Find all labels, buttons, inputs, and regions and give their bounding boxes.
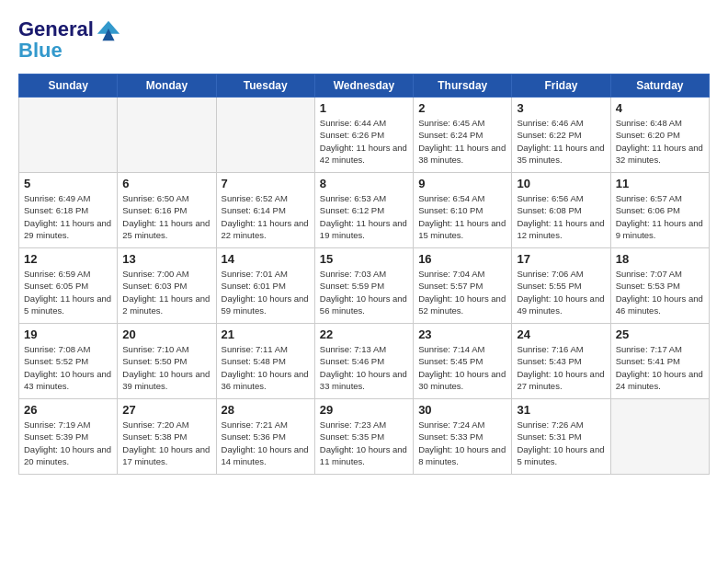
day-info: Sunrise: 6:52 AM Sunset: 6:14 PM Dayligh… xyxy=(222,192,310,241)
weekday-monday: Monday xyxy=(118,75,216,98)
day-number: 25 xyxy=(616,327,704,341)
day-cell: 15Sunrise: 7:03 AM Sunset: 5:59 PM Dayli… xyxy=(314,248,413,324)
day-cell: 13Sunrise: 7:00 AM Sunset: 6:03 PM Dayli… xyxy=(118,248,216,324)
day-cell xyxy=(216,98,314,173)
week-row-1: 1Sunrise: 6:44 AM Sunset: 6:26 PM Daylig… xyxy=(19,98,710,173)
day-info: Sunrise: 7:08 AM Sunset: 5:52 PM Dayligh… xyxy=(24,343,112,392)
day-cell: 30Sunrise: 7:24 AM Sunset: 5:33 PM Dayli… xyxy=(414,399,512,475)
day-number: 28 xyxy=(222,403,310,417)
day-cell: 1Sunrise: 6:44 AM Sunset: 6:26 PM Daylig… xyxy=(314,98,413,173)
weekday-tuesday: Tuesday xyxy=(216,75,314,98)
day-cell: 3Sunrise: 6:46 AM Sunset: 6:22 PM Daylig… xyxy=(512,98,610,173)
day-info: Sunrise: 7:10 AM Sunset: 5:50 PM Dayligh… xyxy=(122,343,210,392)
day-info: Sunrise: 6:56 AM Sunset: 6:08 PM Dayligh… xyxy=(517,192,605,241)
day-cell: 6Sunrise: 6:50 AM Sunset: 6:16 PM Daylig… xyxy=(118,173,216,248)
day-number: 10 xyxy=(517,177,605,190)
day-cell: 26Sunrise: 7:19 AM Sunset: 5:39 PM Dayli… xyxy=(19,399,118,475)
weekday-friday: Friday xyxy=(512,75,610,98)
day-number: 7 xyxy=(222,177,310,190)
day-info: Sunrise: 7:01 AM Sunset: 6:01 PM Dayligh… xyxy=(222,268,310,316)
day-info: Sunrise: 7:23 AM Sunset: 5:35 PM Dayligh… xyxy=(320,419,408,467)
day-info: Sunrise: 6:46 AM Sunset: 6:22 PM Dayligh… xyxy=(517,117,605,166)
day-number: 4 xyxy=(616,101,704,115)
day-info: Sunrise: 7:11 AM Sunset: 5:48 PM Dayligh… xyxy=(222,343,310,392)
day-cell: 4Sunrise: 6:48 AM Sunset: 6:20 PM Daylig… xyxy=(610,98,709,173)
day-cell: 21Sunrise: 7:11 AM Sunset: 5:48 PM Dayli… xyxy=(216,324,314,399)
day-info: Sunrise: 7:03 AM Sunset: 5:59 PM Dayligh… xyxy=(320,268,408,316)
day-cell xyxy=(610,399,709,475)
day-info: Sunrise: 7:16 AM Sunset: 5:43 PM Dayligh… xyxy=(517,343,605,392)
week-row-2: 5Sunrise: 6:49 AM Sunset: 6:18 PM Daylig… xyxy=(19,173,710,248)
logo-icon xyxy=(96,17,121,42)
day-info: Sunrise: 6:54 AM Sunset: 6:10 PM Dayligh… xyxy=(418,192,506,241)
day-number: 1 xyxy=(320,101,408,115)
day-cell: 10Sunrise: 6:56 AM Sunset: 6:08 PM Dayli… xyxy=(512,173,610,248)
day-info: Sunrise: 7:17 AM Sunset: 5:41 PM Dayligh… xyxy=(616,343,704,392)
day-number: 30 xyxy=(418,403,506,417)
day-info: Sunrise: 6:50 AM Sunset: 6:16 PM Dayligh… xyxy=(122,192,210,241)
calendar-table: SundayMondayTuesdayWednesdayThursdayFrid… xyxy=(18,74,710,475)
header: General Blue xyxy=(18,17,710,63)
day-cell: 20Sunrise: 7:10 AM Sunset: 5:50 PM Dayli… xyxy=(118,324,216,399)
day-number: 22 xyxy=(320,327,408,341)
day-number: 21 xyxy=(222,327,310,341)
day-cell: 18Sunrise: 7:07 AM Sunset: 5:53 PM Dayli… xyxy=(610,248,709,324)
day-info: Sunrise: 7:24 AM Sunset: 5:33 PM Dayligh… xyxy=(418,419,506,467)
day-cell: 12Sunrise: 6:59 AM Sunset: 6:05 PM Dayli… xyxy=(19,248,118,324)
day-info: Sunrise: 6:49 AM Sunset: 6:18 PM Dayligh… xyxy=(24,192,112,241)
day-cell: 14Sunrise: 7:01 AM Sunset: 6:01 PM Dayli… xyxy=(216,248,314,324)
day-number: 20 xyxy=(122,327,210,341)
day-info: Sunrise: 6:45 AM Sunset: 6:24 PM Dayligh… xyxy=(418,117,506,166)
day-number: 9 xyxy=(418,177,506,190)
day-cell: 11Sunrise: 6:57 AM Sunset: 6:06 PM Dayli… xyxy=(610,173,709,248)
week-row-3: 12Sunrise: 6:59 AM Sunset: 6:05 PM Dayli… xyxy=(19,248,710,324)
day-number: 16 xyxy=(418,252,506,266)
day-number: 29 xyxy=(320,403,408,417)
day-number: 6 xyxy=(122,177,210,190)
day-number: 26 xyxy=(24,403,112,417)
day-number: 23 xyxy=(418,327,506,341)
day-number: 5 xyxy=(24,177,112,190)
day-info: Sunrise: 7:21 AM Sunset: 5:36 PM Dayligh… xyxy=(222,419,310,467)
day-number: 14 xyxy=(222,252,310,266)
day-cell: 5Sunrise: 6:49 AM Sunset: 6:18 PM Daylig… xyxy=(19,173,118,248)
day-cell: 8Sunrise: 6:53 AM Sunset: 6:12 PM Daylig… xyxy=(314,173,413,248)
day-cell xyxy=(19,98,118,173)
day-number: 2 xyxy=(418,101,506,115)
weekday-wednesday: Wednesday xyxy=(314,75,413,98)
day-info: Sunrise: 7:19 AM Sunset: 5:39 PM Dayligh… xyxy=(24,419,112,467)
day-cell: 2Sunrise: 6:45 AM Sunset: 6:24 PM Daylig… xyxy=(414,98,512,173)
day-number: 11 xyxy=(616,177,704,190)
day-info: Sunrise: 7:13 AM Sunset: 5:46 PM Dayligh… xyxy=(320,343,408,392)
day-info: Sunrise: 6:59 AM Sunset: 6:05 PM Dayligh… xyxy=(24,268,112,316)
day-number: 19 xyxy=(24,327,112,341)
week-row-4: 19Sunrise: 7:08 AM Sunset: 5:52 PM Dayli… xyxy=(19,324,710,399)
day-cell: 19Sunrise: 7:08 AM Sunset: 5:52 PM Dayli… xyxy=(19,324,118,399)
day-cell: 7Sunrise: 6:52 AM Sunset: 6:14 PM Daylig… xyxy=(216,173,314,248)
page: General Blue SundayMondayTuesdayWednesda… xyxy=(0,0,728,484)
day-cell: 29Sunrise: 7:23 AM Sunset: 5:35 PM Dayli… xyxy=(314,399,413,475)
day-number: 17 xyxy=(517,252,605,266)
day-info: Sunrise: 6:53 AM Sunset: 6:12 PM Dayligh… xyxy=(320,192,408,241)
day-cell xyxy=(118,98,216,173)
weekday-saturday: Saturday xyxy=(610,75,709,98)
day-number: 12 xyxy=(24,252,112,266)
day-info: Sunrise: 7:06 AM Sunset: 5:55 PM Dayligh… xyxy=(517,268,605,316)
weekday-header-row: SundayMondayTuesdayWednesdayThursdayFrid… xyxy=(19,75,710,98)
day-number: 8 xyxy=(320,177,408,190)
day-number: 13 xyxy=(122,252,210,266)
day-number: 24 xyxy=(517,327,605,341)
day-info: Sunrise: 7:07 AM Sunset: 5:53 PM Dayligh… xyxy=(616,268,704,316)
day-number: 31 xyxy=(517,403,605,417)
day-info: Sunrise: 6:44 AM Sunset: 6:26 PM Dayligh… xyxy=(320,117,408,166)
day-info: Sunrise: 7:00 AM Sunset: 6:03 PM Dayligh… xyxy=(122,268,210,316)
day-cell: 24Sunrise: 7:16 AM Sunset: 5:43 PM Dayli… xyxy=(512,324,610,399)
day-cell: 16Sunrise: 7:04 AM Sunset: 5:57 PM Dayli… xyxy=(414,248,512,324)
day-number: 27 xyxy=(122,403,210,417)
day-info: Sunrise: 6:57 AM Sunset: 6:06 PM Dayligh… xyxy=(616,192,704,241)
day-cell: 31Sunrise: 7:26 AM Sunset: 5:31 PM Dayli… xyxy=(512,399,610,475)
day-cell: 22Sunrise: 7:13 AM Sunset: 5:46 PM Dayli… xyxy=(314,324,413,399)
logo-text-general: General xyxy=(18,19,94,40)
day-cell: 9Sunrise: 6:54 AM Sunset: 6:10 PM Daylig… xyxy=(414,173,512,248)
day-cell: 25Sunrise: 7:17 AM Sunset: 5:41 PM Dayli… xyxy=(610,324,709,399)
